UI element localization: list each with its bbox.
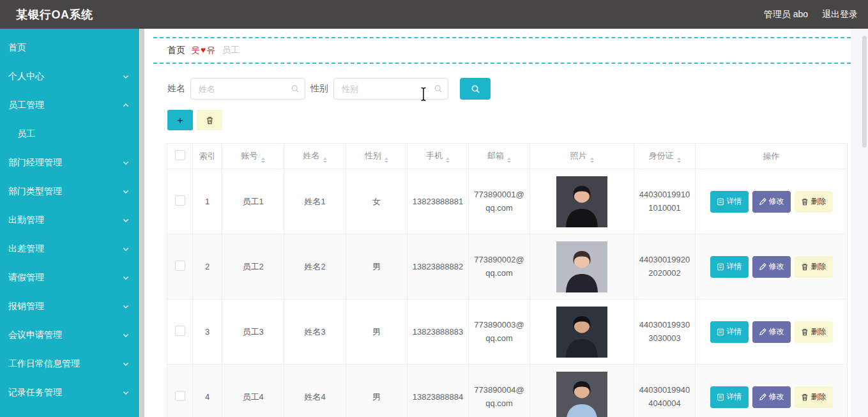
column-header-label: 手机 [426, 151, 443, 160]
sidebar-item-9[interactable]: 报销管理 [0, 292, 139, 321]
idcard-cell: 44030019920 2020002 [634, 234, 696, 299]
sidebar-item-label: 工作日常信息管理 [8, 358, 80, 370]
column-header-label: 姓名 [303, 151, 320, 160]
edit-button[interactable]: 修改 [752, 386, 791, 408]
index-cell: 4 [193, 365, 222, 417]
sort-caret-icon[interactable] [446, 158, 450, 163]
chevron-down-icon [122, 331, 130, 339]
edit-icon [759, 393, 766, 401]
delete-button[interactable]: 删除 [795, 191, 833, 213]
name-cell: 姓名2 [284, 234, 346, 299]
detail-button[interactable]: 详情 [710, 191, 749, 213]
sidebar-subitem-3[interactable]: 员工 [0, 119, 139, 148]
gender-search-label: 性别 [310, 83, 328, 95]
sidebar-scrollbar[interactable] [140, 29, 144, 417]
logout-link[interactable]: 退出登录 [822, 9, 858, 20]
idcard-cell: 44030019930 3030003 [634, 299, 696, 365]
email-cell: 773890004@ qq.com [469, 365, 530, 417]
sort-caret-icon[interactable] [323, 158, 327, 163]
detail-icon [717, 263, 724, 271]
edit-button[interactable]: 修改 [752, 256, 791, 278]
column-header-8[interactable]: 身份证 [634, 144, 696, 169]
row-checkbox[interactable] [175, 195, 185, 206]
sidebar-item-2[interactable]: 员工管理 [0, 91, 139, 119]
sidebar-menu: 首页个人中心员工管理员工部门经理管理部门类型管理出勤管理出差管理请假管理报销管理… [0, 29, 139, 417]
name-search-label: 姓名 [167, 83, 185, 95]
delete-button[interactable]: 删除 [795, 321, 833, 343]
table-header-row: 索引账号姓名性别手机邮箱照片身份证操作 [167, 144, 848, 169]
column-header-7[interactable]: 照片 [530, 144, 634, 169]
name-cell: 姓名1 [284, 169, 346, 234]
edit-button[interactable]: 修改 [752, 321, 791, 343]
sidebar-item-4[interactable]: 部门经理管理 [0, 148, 139, 177]
photo-cell [530, 234, 634, 299]
column-header-4[interactable]: 性别 [346, 144, 407, 169]
sidebar-item-6[interactable]: 出勤管理 [0, 206, 139, 234]
sidebar-item-12[interactable]: 记录任务管理 [0, 378, 139, 407]
delete-icon [801, 328, 809, 336]
row-checkbox[interactable] [175, 326, 185, 336]
column-header-6[interactable]: 邮箱 [469, 144, 530, 169]
photo-cell [530, 299, 634, 365]
chevron-down-icon [122, 245, 130, 253]
row-checkbox[interactable] [175, 391, 185, 401]
sort-caret-icon[interactable] [385, 158, 388, 163]
sidebar-item-7[interactable]: 出差管理 [0, 234, 139, 263]
detail-button-label: 详情 [727, 261, 742, 272]
breadcrumb-home-link[interactable]: 首页 [167, 45, 185, 56]
column-header-5[interactable]: 手机 [407, 144, 469, 169]
edit-button[interactable]: 修改 [752, 191, 791, 213]
name-search-input[interactable] [190, 78, 305, 100]
sidebar-item-label: 记录任务管理 [8, 387, 62, 398]
detail-button[interactable]: 详情 [710, 321, 749, 343]
employee-photo [556, 307, 607, 358]
page-scrollbar-thumb[interactable] [862, 36, 867, 148]
sidebar-item-label: 个人中心 [8, 71, 44, 82]
detail-button[interactable]: 详情 [710, 386, 749, 408]
search-button[interactable] [460, 78, 491, 100]
sidebar-item-label: 部门类型管理 [8, 186, 62, 197]
edit-button-label: 修改 [769, 196, 784, 207]
table-toolbar: + [167, 110, 851, 130]
gender-search-input[interactable] [333, 78, 448, 100]
account-cell: 员工1 [222, 169, 284, 234]
add-button[interactable]: + [167, 110, 193, 130]
sidebar-item-8[interactable]: 请假管理 [0, 263, 139, 292]
employee-photo [556, 372, 607, 417]
sidebar-item-5[interactable]: 部门类型管理 [0, 177, 139, 206]
idcard-cell: 44030019910 1010001 [634, 169, 696, 234]
column-header-2[interactable]: 账号 [222, 144, 284, 169]
sort-caret-icon[interactable] [261, 158, 265, 163]
edit-button-label: 修改 [769, 261, 784, 272]
detail-button[interactable]: 详情 [710, 256, 749, 278]
batch-delete-button[interactable] [197, 110, 222, 130]
sort-caret-icon[interactable] [590, 158, 594, 163]
sort-caret-icon[interactable] [507, 158, 511, 163]
detail-icon [717, 198, 724, 206]
column-header-label: 照片 [570, 151, 587, 160]
phone-cell: 13823888882 [407, 234, 469, 299]
sidebar-item-10[interactable]: 会议申请管理 [0, 321, 139, 349]
chevron-down-icon [122, 303, 130, 310]
edit-button-label: 修改 [769, 326, 784, 337]
sidebar-item-label: 请假管理 [8, 272, 44, 284]
column-header-3[interactable]: 姓名 [284, 144, 346, 169]
detail-button-label: 详情 [727, 391, 742, 402]
row-checkbox[interactable] [175, 261, 185, 271]
delete-button-label: 删除 [811, 391, 826, 402]
column-header-label: 性别 [365, 151, 381, 160]
select-all-checkbox[interactable] [175, 150, 185, 160]
breadcrumb: 首页 웃♥유 员工 [153, 37, 851, 64]
breadcrumb-current: 员工 [222, 45, 240, 56]
sort-caret-icon[interactable] [677, 158, 681, 163]
sidebar-item-1[interactable]: 个人中心 [0, 62, 139, 91]
checkbox-cell [167, 299, 193, 365]
delete-button[interactable]: 删除 [795, 256, 833, 278]
idcard-cell: 44030019940 4040004 [634, 365, 696, 417]
chevron-down-icon [122, 73, 130, 80]
sidebar-item-0[interactable]: 首页 [0, 33, 139, 62]
delete-button[interactable]: 删除 [795, 386, 833, 408]
delete-icon [801, 198, 809, 206]
detail-icon [717, 393, 724, 401]
sidebar-item-11[interactable]: 工作日常信息管理 [0, 349, 139, 378]
